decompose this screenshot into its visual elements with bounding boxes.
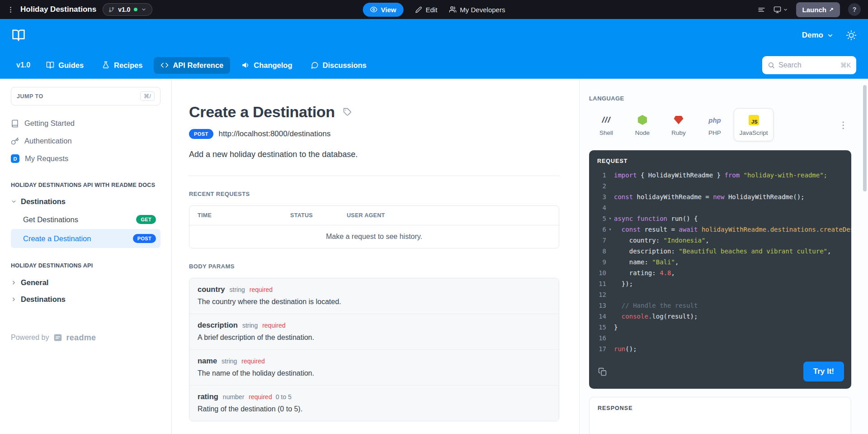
sidebar-item-getting-started[interactable]: Getting Started [11,114,160,132]
topbar-right: Launch ↗ ? [758,2,861,17]
nav-changelog[interactable]: Changelog [235,57,299,74]
column-header-time: TIME [198,212,290,219]
chevron-down-icon [783,7,788,12]
align-left-icon[interactable] [758,6,765,14]
version-selector[interactable]: v1.0 [103,3,152,16]
megaphone-icon [241,61,250,69]
sidebar-group-general[interactable]: General [11,274,160,291]
column-header-user-agent: USER AGENT [347,212,551,219]
param-name: rating [198,392,218,401]
param-type: string [230,286,245,293]
sidebar-item-my-requests[interactable]: D My Requests [11,150,160,167]
nav-version-label[interactable]: v1.0 [12,57,35,73]
search-input[interactable] [778,61,837,69]
nav-api-reference-label: API Reference [173,61,223,70]
device-preview-selector[interactable] [774,6,788,14]
theme-toggle-sun-icon[interactable] [846,30,856,40]
param-row[interactable]: description string required A brief desc… [189,314,559,350]
user-avatar-badge: D [11,154,19,163]
language-javascript[interactable]: JS JavaScript [734,108,774,141]
method-badge-post: POST [133,234,156,243]
project-logo-book-icon[interactable] [12,29,25,42]
code-line: 4 [594,202,851,213]
launch-label: Launch [802,6,826,14]
param-head: country string required [198,285,551,294]
language-node[interactable]: Node [625,108,660,141]
project-switcher[interactable]: Demo [802,31,834,40]
search-box[interactable]: ⌘K [762,56,856,74]
sidebar-item-label: Getting Started [24,119,75,128]
param-description: Rating of the destination (0 to 5). [198,405,551,413]
project-switcher-label: Demo [802,31,823,40]
sidebar-item-label: Create a Destination [23,234,91,243]
code-line: 1import { HolidayWithReadme } from "holi… [594,170,851,181]
php-icon: php [708,116,721,124]
nav-discussions[interactable]: Discussions [304,57,373,74]
chevron-down-icon [827,32,834,39]
code-line: 10 rating: 4.8, [594,267,851,278]
nav-changelog-label: Changelog [254,61,292,70]
language-selector: /// Shell Node Ruby php PHP JS JavaS [589,108,851,141]
sidebar-group-destinations[interactable]: Destinations [11,193,160,210]
param-required: required [262,322,285,329]
code-line: 8 description: "Beautiful beaches and vi… [594,246,851,257]
powered-by[interactable]: Powered by readme [11,333,160,343]
request-heading: REQUEST [589,150,851,169]
scrollbar[interactable] [863,85,867,191]
sidebar-item-create-a-destination[interactable]: Create a Destination POST [11,229,160,248]
book-icon [11,119,19,128]
language-php[interactable]: php PHP [698,108,732,141]
version-status-dot [134,8,137,11]
language-label: Ruby [671,129,686,136]
jump-to-label: JUMP TO [17,93,43,100]
param-row[interactable]: country string required The country wher… [189,278,559,314]
sidebar-section-heading: HOLIDAY DESTINATIONS API [11,262,160,270]
project-menu-icon[interactable] [7,6,14,13]
param-row[interactable]: rating number required 0 to 5 Rating of … [189,386,559,421]
ruby-gem-icon [674,116,684,124]
endpoint: POST http://localhost:8000/destinations [189,129,559,139]
param-description: A brief description of the destination. [198,334,551,342]
flask-icon [102,61,110,69]
nav-recipes[interactable]: Recipes [95,57,149,74]
language-ruby[interactable]: Ruby [661,108,696,141]
language-shell[interactable]: /// Shell [589,108,623,141]
param-description: The name of the holiday destination. [198,369,551,377]
launch-button[interactable]: Launch ↗ [796,2,840,17]
topbar-left: Holiday Destinations v1.0 [7,3,152,16]
sidebar-item-get-destinations[interactable]: Get Destinations GET [11,210,160,229]
param-name: country [198,285,225,294]
request-code-panel: REQUEST 1import { HolidayWithReadme } fr… [589,150,851,389]
param-row[interactable]: name string required The name of the hol… [189,350,559,386]
pencil-icon [415,6,422,13]
code-line: 15} [594,322,851,333]
language-heading: LANGUAGE [589,95,851,102]
edit-button[interactable]: Edit [415,6,438,14]
view-button[interactable]: View [363,3,404,17]
tag-icon[interactable] [343,108,352,116]
body-params-card: country string required The country wher… [189,278,559,421]
git-branch-icon [108,7,114,13]
powered-by-label: Powered by [11,334,49,342]
help-button[interactable]: ? [848,3,861,16]
my-developers-button[interactable]: My Developers [449,6,505,14]
nav-api-reference[interactable]: API Reference [154,57,230,74]
nav-guides[interactable]: Guides [39,57,90,74]
try-it-button[interactable]: Try It! [803,362,844,382]
sidebar-group-destinations-2[interactable]: Destinations [11,291,160,308]
sidebar-group-label: Destinations [21,197,66,206]
version-label: v1.0 [118,6,130,13]
param-head: rating number required 0 to 5 [198,392,551,401]
more-languages-button[interactable]: ⋮ [835,118,851,132]
site-header: Demo [0,19,868,52]
nav-guides-label: Guides [58,61,84,70]
eye-icon [370,6,377,13]
jump-to-button[interactable]: JUMP TO ⌘/ [11,87,160,105]
copy-code-button[interactable] [596,366,609,378]
recent-requests-table: TIME STATUS USER AGENT Make a request to… [189,205,559,248]
language-label: JavaScript [739,129,768,136]
project-title: Holiday Destinations [20,5,96,14]
sidebar-item-authentication[interactable]: Authentication [11,132,160,150]
key-icon [11,137,19,145]
chevron-right-icon [11,296,17,302]
